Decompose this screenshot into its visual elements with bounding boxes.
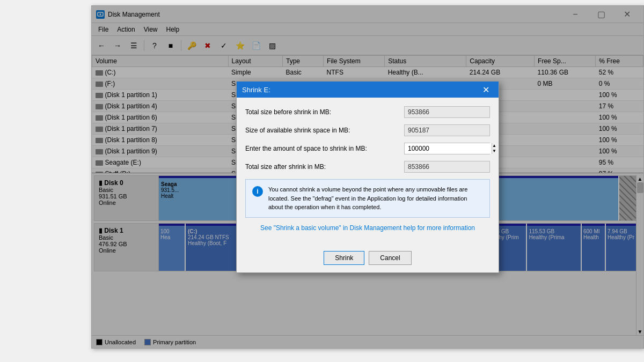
field-available-shrink-label: Size of available shrink space in MB: bbox=[245, 127, 404, 134]
field-available-shrink: Size of available shrink space in MB: 90… bbox=[245, 124, 490, 136]
modal-footer: Shrink Cancel bbox=[237, 247, 499, 272]
field-total-size-after-label: Total size after shrink in MB: bbox=[245, 163, 404, 171]
field-total-size-after-value: 853866 bbox=[404, 161, 490, 173]
shrink-modal: Shrink E: ✕ Total size before shrink in … bbox=[236, 81, 499, 273]
info-box: i You cannot shrink a volume beyond the … bbox=[245, 179, 490, 218]
field-total-size-before: Total size before shrink in MB: 953866 bbox=[245, 106, 490, 118]
field-available-shrink-value: 905187 bbox=[404, 124, 490, 136]
field-total-size-after: Total size after shrink in MB: 853866 bbox=[245, 161, 490, 173]
shrink-amount-input[interactable] bbox=[405, 143, 492, 154]
modal-close-button[interactable]: ✕ bbox=[478, 83, 493, 97]
disk-management-window: Disk Management − ▢ ✕ File Action View H… bbox=[91, 5, 644, 349]
field-total-size-before-value: 953866 bbox=[404, 106, 490, 118]
field-total-size-before-label: Total size before shrink in MB: bbox=[245, 108, 404, 116]
cancel-button[interactable]: Cancel bbox=[369, 251, 411, 265]
field-shrink-amount: Enter the amount of space to shrink in M… bbox=[245, 143, 490, 154]
modal-title: Shrink E: bbox=[242, 86, 478, 94]
info-icon: i bbox=[252, 186, 263, 197]
info-text: You cannot shrink a volume beyond the po… bbox=[268, 185, 483, 212]
modal-body: Total size before shrink in MB: 953866 S… bbox=[237, 98, 499, 247]
info-link: See "Shrink a basic volume" in Disk Mana… bbox=[245, 224, 490, 232]
field-shrink-amount-wrap: ▲ ▼ bbox=[404, 143, 490, 154]
spin-up-button[interactable]: ▲ bbox=[492, 143, 496, 149]
shrink-button[interactable]: Shrink bbox=[324, 251, 364, 265]
spin-buttons: ▲ ▼ bbox=[492, 143, 496, 154]
spin-down-button[interactable]: ▼ bbox=[492, 149, 496, 154]
modal-title-bar: Shrink E: ✕ bbox=[237, 82, 499, 98]
field-shrink-amount-label: Enter the amount of space to shrink in M… bbox=[245, 145, 404, 152]
shrink-help-link[interactable]: See "Shrink a basic volume" in Disk Mana… bbox=[260, 224, 475, 232]
modal-overlay: Shrink E: ✕ Total size before shrink in … bbox=[92, 6, 643, 348]
